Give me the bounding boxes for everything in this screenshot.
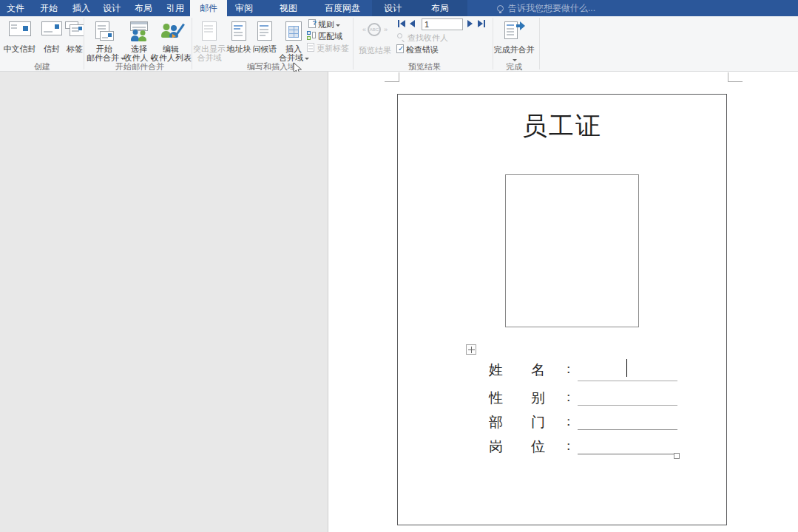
- preview-results-label: 预览结果: [357, 46, 393, 55]
- update-labels-button: 更新标签: [307, 43, 349, 53]
- previous-record-button[interactable]: [410, 19, 415, 28]
- field-label-char: 别: [531, 389, 545, 408]
- table-move-handle[interactable]: [466, 344, 476, 355]
- group-separator: [353, 18, 354, 69]
- insert-merge-field-label-1: 插入: [279, 44, 308, 53]
- field-colon: ：: [562, 437, 575, 454]
- field-row-name[interactable]: 姓 名 ：: [489, 361, 578, 377]
- address-block-label: 地址块: [226, 44, 251, 53]
- highlight-merge-fields-label-2: 合并域: [193, 53, 226, 62]
- group-separator: [192, 18, 192, 69]
- labels-label: 标签: [65, 44, 84, 53]
- rules-label: 规则: [318, 20, 334, 29]
- dropdown-caret-icon: [305, 58, 309, 60]
- tab-table-layout[interactable]: 布局: [431, 0, 449, 16]
- tab-review[interactable]: 审阅: [235, 0, 253, 16]
- blank-underline-name[interactable]: [578, 381, 677, 381]
- preview-results-icon: « ABC »: [362, 21, 388, 39]
- tab-mailings-active[interactable]: 邮件: [200, 0, 217, 16]
- envelope-icon: [41, 21, 62, 35]
- edit-recipient-list-label-1: 编辑: [151, 44, 191, 53]
- finish-merge-icon: [503, 21, 525, 41]
- group-label-preview-results: 预览结果: [408, 62, 441, 71]
- dropdown-caret-icon: [336, 24, 340, 27]
- preview-results-button: « ABC » 预览结果: [357, 18, 393, 69]
- tab-table-design[interactable]: 设计: [384, 0, 402, 16]
- field-row-position[interactable]: 岗 位 ：: [489, 437, 578, 454]
- editor-workspace-gray: [0, 72, 328, 532]
- tell-me-box[interactable]: 告诉我您想要做什么...: [497, 0, 595, 16]
- group-label-start-mail-merge: 开始邮件合并: [115, 62, 164, 71]
- ribbon-mailings: 中文信封 信封 标签: [0, 16, 798, 72]
- chinese-envelope-label: 中文信封: [2, 44, 37, 53]
- next-record-button[interactable]: [467, 19, 473, 28]
- dropdown-caret-icon: [513, 59, 517, 61]
- tab-view[interactable]: 视图: [280, 0, 297, 16]
- field-colon: ：: [562, 361, 575, 378]
- chinese-envelope-button[interactable]: 中文信封: [2, 18, 37, 69]
- group-label-write-insert-fields: 编写和插入域: [247, 62, 296, 71]
- match-fields-label: 匹配域: [318, 32, 342, 41]
- start-mail-merge-icon: [94, 21, 115, 42]
- update-labels-label: 更新标签: [317, 44, 349, 52]
- start-mail-merge-label-1: 开始: [87, 44, 122, 53]
- finish-merge-label: 完成并合并: [493, 45, 535, 54]
- first-record-button[interactable]: [398, 19, 405, 28]
- tab-insert[interactable]: 插入: [72, 0, 90, 16]
- field-row-department[interactable]: 部 门 ：: [489, 413, 578, 429]
- crop-mark-top-right: [728, 81, 743, 82]
- highlight-merge-fields-label-1: 突出显示: [193, 44, 226, 53]
- match-fields-button[interactable]: 匹配域: [307, 31, 342, 41]
- record-number-input[interactable]: [422, 18, 463, 30]
- highlight-merge-fields-icon: [202, 21, 217, 41]
- tab-design[interactable]: 设计: [103, 0, 121, 16]
- start-mail-merge-label-2: 邮件合并: [87, 53, 119, 62]
- match-fields-icon: [307, 31, 316, 42]
- field-colon: ：: [562, 389, 575, 406]
- field-colon: ：: [562, 413, 575, 430]
- group-separator: [84, 18, 84, 69]
- rules-icon: ?: [308, 19, 316, 30]
- find-recipient-label: 查找收件人: [408, 33, 448, 42]
- blank-underline-gender[interactable]: [578, 405, 677, 406]
- address-block-icon: [231, 21, 246, 41]
- last-record-button[interactable]: [478, 19, 485, 28]
- tab-home[interactable]: 开始: [40, 0, 58, 16]
- highlight-merge-fields-button: 突出显示 合并域: [193, 18, 226, 69]
- update-labels-icon: [307, 43, 314, 54]
- tab-references[interactable]: 引用: [166, 0, 184, 16]
- tab-layout[interactable]: 布局: [135, 0, 152, 16]
- tab-baidu-netdisk[interactable]: 百度网盘: [325, 0, 360, 16]
- crop-mark-top-left: [385, 81, 399, 82]
- rules-button[interactable]: ? 规则: [308, 19, 340, 30]
- greeting-line-icon: [257, 21, 272, 41]
- group-separator: [539, 18, 540, 69]
- group-label-finish: 完成: [506, 62, 522, 71]
- document-title[interactable]: 员工证: [397, 109, 727, 143]
- blank-underline-position[interactable]: [578, 454, 674, 454]
- labels-button[interactable]: 标签: [65, 18, 84, 69]
- person-green-icon: [138, 30, 146, 41]
- select-recipients-icon: [129, 21, 149, 42]
- field-label-char: 名: [531, 361, 545, 380]
- select-recipients-label-2: 收件人: [124, 53, 149, 62]
- table-resize-handle[interactable]: [674, 453, 680, 459]
- word-window: 文件 开始 插入 设计 布局 引用 邮件 审阅 视图 百度网盘 设计 布局 告诉…: [0, 0, 798, 532]
- field-row-gender[interactable]: 性 别 ：: [489, 389, 578, 405]
- labels-icon: [65, 21, 84, 38]
- text-caret: [626, 359, 627, 377]
- tab-file[interactable]: 文件: [7, 0, 24, 16]
- blank-underline-department[interactable]: [578, 429, 677, 430]
- group-label-create: 创建: [34, 62, 50, 71]
- ribbon-tab-bar: 文件 开始 插入 设计 布局 引用 邮件 审阅 视图 百度网盘 设计 布局 告诉…: [0, 0, 798, 16]
- insert-merge-field-icon: [285, 21, 302, 41]
- photo-placeholder-box[interactable]: [505, 174, 639, 327]
- chinese-envelope-icon: [9, 21, 31, 36]
- find-recipient-button: 查找收件人: [396, 33, 448, 43]
- greeting-line-label: 问候语: [252, 44, 277, 53]
- check-errors-label: 检查错误: [406, 45, 439, 54]
- edit-recipient-list-label-2: 收件人列表: [151, 53, 191, 62]
- check-errors-button[interactable]: ✓ 检查错误: [396, 44, 439, 55]
- insert-merge-field-label-2: 合并域: [279, 53, 303, 62]
- field-label-char: 位: [531, 437, 545, 457]
